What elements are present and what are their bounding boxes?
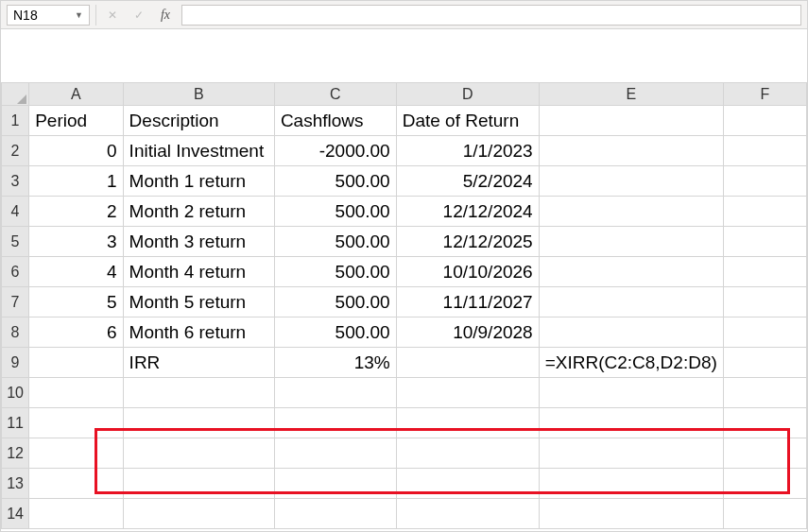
cell-A9[interactable] — [29, 348, 123, 378]
row-header-8[interactable]: 8 — [2, 317, 29, 348]
cell-E5[interactable] — [539, 227, 723, 257]
cell-A13[interactable] — [29, 469, 123, 499]
row-header-12[interactable]: 12 — [2, 438, 29, 469]
cell-F4[interactable] — [723, 197, 806, 227]
cancel-icon[interactable]: ✕ — [102, 5, 123, 26]
cell-D14[interactable] — [396, 499, 539, 529]
cell-D11[interactable] — [396, 408, 539, 438]
cell-B10[interactable] — [123, 378, 274, 408]
row-header-14[interactable]: 14 — [2, 499, 29, 529]
cell-F14[interactable] — [723, 499, 806, 529]
cell-E6[interactable] — [539, 257, 723, 287]
cell-A5[interactable]: 3 — [29, 227, 123, 257]
row-header-4[interactable]: 4 — [2, 197, 29, 227]
cell-F9[interactable] — [723, 348, 806, 378]
cell-F2[interactable] — [723, 136, 806, 166]
cell-E8[interactable] — [539, 317, 723, 348]
cell-A14[interactable] — [29, 499, 123, 529]
cell-D4[interactable]: 12/12/2024 — [396, 197, 539, 227]
cell-A11[interactable] — [29, 408, 123, 438]
cell-E11[interactable] — [539, 408, 723, 438]
cell-E4[interactable] — [539, 197, 723, 227]
cell-B11[interactable] — [123, 408, 274, 438]
cell-E2[interactable] — [539, 136, 723, 166]
cell-B5[interactable]: Month 3 return — [123, 227, 274, 257]
cell-D10[interactable] — [396, 378, 539, 408]
cell-B3[interactable]: Month 1 return — [123, 166, 274, 197]
name-box[interactable]: N18 ▼ — [7, 5, 90, 26]
cell-A6[interactable]: 4 — [29, 257, 123, 287]
cell-C2[interactable]: -2000.00 — [274, 136, 396, 166]
cell-D9[interactable] — [396, 348, 539, 378]
cell-D3[interactable]: 5/2/2024 — [396, 166, 539, 197]
cell-B2[interactable]: Initial Investment — [123, 136, 274, 166]
cell-C10[interactable] — [274, 378, 396, 408]
cell-F10[interactable] — [723, 378, 806, 408]
cell-C11[interactable] — [274, 408, 396, 438]
cell-E13[interactable] — [539, 469, 723, 499]
cell-E7[interactable] — [539, 287, 723, 317]
cell-A8[interactable]: 6 — [29, 317, 123, 348]
cell-F11[interactable] — [723, 408, 806, 438]
chevron-down-icon[interactable]: ▼ — [75, 10, 83, 20]
cell-A7[interactable]: 5 — [29, 287, 123, 317]
cell-A3[interactable]: 1 — [29, 166, 123, 197]
cell-F8[interactable] — [723, 317, 806, 348]
cell-F5[interactable] — [723, 227, 806, 257]
cell-B1[interactable]: Description — [123, 106, 274, 136]
col-header-E[interactable]: E — [539, 83, 723, 106]
row-header-6[interactable]: 6 — [2, 257, 29, 287]
cell-F13[interactable] — [723, 469, 806, 499]
row-header-13[interactable]: 13 — [2, 469, 29, 499]
row-header-10[interactable]: 10 — [2, 378, 29, 408]
cell-F12[interactable] — [723, 438, 806, 469]
cell-D1[interactable]: Date of Return — [396, 106, 539, 136]
cell-E12[interactable] — [539, 438, 723, 469]
cell-B8[interactable]: Month 6 return — [123, 317, 274, 348]
cell-F1[interactable] — [723, 106, 806, 136]
col-header-D[interactable]: D — [396, 83, 539, 106]
enter-icon[interactable]: ✓ — [129, 5, 149, 26]
cell-C1[interactable]: Cashflows — [274, 106, 396, 136]
cell-B13[interactable] — [123, 469, 274, 499]
cell-B6[interactable]: Month 4 return — [123, 257, 274, 287]
col-header-A[interactable]: A — [29, 83, 123, 106]
cell-F3[interactable] — [723, 166, 806, 197]
cell-C8[interactable]: 500.00 — [274, 317, 396, 348]
row-header-1[interactable]: 1 — [2, 106, 29, 136]
cell-E14[interactable] — [539, 499, 723, 529]
cell-A2[interactable]: 0 — [29, 136, 123, 166]
spreadsheet-grid[interactable]: A B C D E F 1PeriodDescriptionCashflowsD… — [1, 82, 807, 529]
col-header-F[interactable]: F — [723, 83, 806, 106]
cell-A12[interactable] — [29, 438, 123, 469]
row-header-2[interactable]: 2 — [2, 136, 29, 166]
cell-F6[interactable] — [723, 257, 806, 287]
cell-C9[interactable]: 13% — [274, 348, 396, 378]
cell-B7[interactable]: Month 5 return — [123, 287, 274, 317]
cell-C4[interactable]: 500.00 — [274, 197, 396, 227]
cell-C7[interactable]: 500.00 — [274, 287, 396, 317]
fx-icon[interactable]: fx — [155, 5, 176, 26]
formula-bar-input[interactable] — [181, 5, 801, 26]
cell-E9[interactable]: =XIRR(C2:C8,D2:D8) — [539, 348, 723, 378]
cell-D5[interactable]: 12/12/2025 — [396, 227, 539, 257]
cell-D6[interactable]: 10/10/2026 — [396, 257, 539, 287]
cell-D8[interactable]: 10/9/2028 — [396, 317, 539, 348]
cell-A1[interactable]: Period — [29, 106, 123, 136]
row-header-11[interactable]: 11 — [2, 408, 29, 438]
row-header-3[interactable]: 3 — [2, 166, 29, 197]
row-header-7[interactable]: 7 — [2, 287, 29, 317]
cell-C6[interactable]: 500.00 — [274, 257, 396, 287]
cell-A10[interactable] — [29, 378, 123, 408]
cell-C13[interactable] — [274, 469, 396, 499]
cell-D2[interactable]: 1/1/2023 — [396, 136, 539, 166]
cell-D7[interactable]: 11/11/2027 — [396, 287, 539, 317]
cell-E10[interactable] — [539, 378, 723, 408]
row-header-9[interactable]: 9 — [2, 348, 29, 378]
select-all-corner[interactable] — [2, 83, 29, 106]
cell-D13[interactable] — [396, 469, 539, 499]
cell-F7[interactable] — [723, 287, 806, 317]
cell-D12[interactable] — [396, 438, 539, 469]
col-header-B[interactable]: B — [123, 83, 274, 106]
cell-A4[interactable]: 2 — [29, 197, 123, 227]
